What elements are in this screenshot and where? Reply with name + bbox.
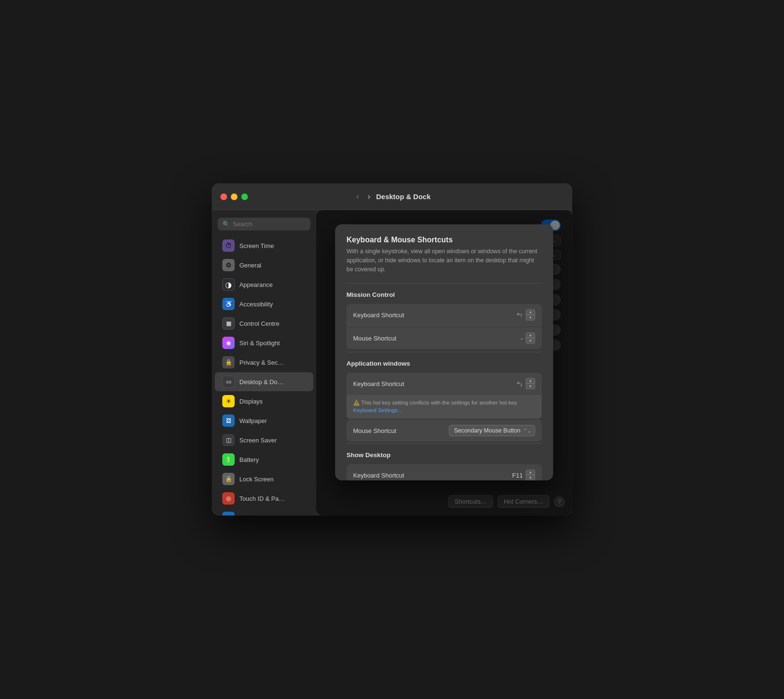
search-icon: 🔍 (222, 221, 230, 228)
app-windows-keyboard-row: Keyboard Shortcut ^↓ ▴ ▾ (346, 373, 542, 395)
mc-keyboard-label: Keyboard Shortcut (353, 312, 404, 319)
wallpaper-icon: 🖼 (222, 414, 235, 427)
warning-icon: ⚠️ (353, 400, 360, 405)
sidebar-item-control-center[interactable]: ▦ Control Centre (215, 314, 313, 333)
warning-message: This hot key setting conflicts with the … (361, 400, 518, 405)
maximize-button[interactable] (241, 193, 248, 200)
sidebar-item-lock-screen[interactable]: 🔒 Lock Screen (215, 469, 313, 488)
sidebar-item-label: Wallpaper (239, 417, 267, 424)
modal-scroll-area[interactable]: Keyboard & Mouse Shortcuts With a single… (335, 224, 553, 480)
sd-keyboard-stepper-up[interactable]: ▴ (526, 470, 535, 475)
sidebar-item-desktop-dock[interactable]: ▭ Desktop & Do… (215, 372, 313, 391)
show-desktop-section: Show Desktop Keyboard Shortcut F11 (346, 443, 542, 480)
keyboard-settings-link[interactable]: Keyboard Settings… (353, 407, 403, 413)
sidebar-item-privacy[interactable]: 🔒 Privacy & Sec… (215, 353, 313, 372)
sd-keyboard-stepper[interactable]: ▴ ▾ (526, 469, 535, 480)
sidebar-item-general[interactable]: ⚙ General (215, 256, 313, 275)
sidebar-item-label: General (239, 262, 261, 269)
mc-keyboard-stepper[interactable]: ▴ ▾ (526, 309, 535, 321)
traffic-lights (220, 193, 248, 200)
show-desktop-keyboard-row: Keyboard Shortcut F11 ▴ ▾ (346, 464, 542, 480)
sidebar-item-wallpaper[interactable]: 🖼 Wallpaper (215, 411, 313, 430)
users-groups-icon: 👥 (222, 512, 235, 515)
sidebar-item-label: Screen Time (239, 242, 274, 249)
title-nav: ‹ › Desktop & Dock (353, 190, 430, 203)
sidebar-item-battery[interactable]: 🔋 Battery (215, 450, 313, 469)
touch-id-icon: ◎ (222, 492, 235, 505)
aw-mouse-value: Secondary Mouse Button ⌃⌄ (449, 425, 535, 436)
displays-icon: ☀ (222, 395, 235, 407)
title-bar: ‹ › Desktop & Dock (212, 184, 572, 210)
back-arrow-icon[interactable]: ‹ (353, 190, 362, 203)
mc-keyboard-stepper-up[interactable]: ▴ (526, 310, 535, 315)
sidebar-item-screen-saver[interactable]: ◫ Screen Saver (215, 431, 313, 450)
sidebar-item-users-groups[interactable]: 👥 Users & Grou… (215, 508, 313, 515)
minimize-button[interactable] (231, 193, 237, 200)
general-icon: ⚙ (222, 259, 235, 271)
aw-keyboard-container: Keyboard Shortcut ^↓ ▴ ▾ (346, 373, 542, 419)
sd-keyboard-stepper-down[interactable]: ▾ (526, 475, 535, 480)
aw-keyboard-stepper[interactable]: ▴ ▾ (526, 378, 535, 389)
aw-mouse-label: Mouse Shortcut (353, 427, 396, 434)
close-button[interactable] (220, 193, 227, 200)
battery-icon: 🔋 (222, 453, 235, 466)
screen-time-icon: ⏱ (222, 239, 235, 252)
desktop-dock-icon: ▭ (222, 376, 235, 388)
aw-mouse-select[interactable]: Secondary Mouse Button ⌃⌄ (449, 425, 535, 436)
sd-keyboard-label: Keyboard Shortcut (353, 472, 404, 479)
aw-mouse-select-label: Secondary Mouse Button (454, 427, 520, 434)
sidebar-item-label: Control Centre (239, 320, 280, 327)
sidebar-item-label: Users & Grou… (239, 515, 283, 516)
mc-keyboard-key: ^↑ (517, 312, 523, 319)
sidebar-item-label: Displays (239, 398, 263, 405)
mission-control-section: Mission Control Keyboard Shortcut ^↑ (346, 283, 542, 350)
show-desktop-rows: Keyboard Shortcut F11 ▴ ▾ (346, 464, 542, 480)
mc-keyboard-stepper-down[interactable]: ▾ (526, 315, 535, 320)
sidebar-item-label: Battery (239, 456, 259, 463)
sidebar-item-accessibility[interactable]: ♿ Accessibility (215, 294, 313, 313)
mc-mouse-value: - ▴ ▾ (521, 332, 535, 344)
lock-screen-icon: 🔒 (222, 473, 235, 485)
screen-saver-icon: ◫ (222, 434, 235, 446)
sd-keyboard-key: F11 (512, 472, 523, 479)
main-window: ‹ › Desktop & Dock 🔍 ⏱ Screen Time ⚙ Gen… (212, 184, 572, 515)
search-input[interactable] (233, 221, 306, 228)
right-panel: Chrome.app ⌃⌄ Full Screen ⌃⌄ when you bn… (316, 210, 572, 515)
aw-keyboard-label: Keyboard Shortcut (353, 380, 404, 387)
mission-control-keyboard-row: Keyboard Shortcut ^↑ ▴ ▾ (346, 304, 542, 326)
sidebar-item-label: Touch ID & Pa… (239, 495, 285, 502)
shortcuts-modal: Keyboard & Mouse Shortcuts With a single… (335, 224, 553, 480)
privacy-icon: 🔒 (222, 356, 235, 368)
accessibility-icon: ♿ (222, 298, 235, 310)
mc-mouse-stepper-down[interactable]: ▾ (526, 338, 535, 343)
main-content: 🔍 ⏱ Screen Time ⚙ General ◑ Appearance ♿… (212, 210, 572, 515)
sidebar-item-label: Privacy & Sec… (239, 359, 284, 366)
aw-mouse-select-arrows-icon: ⌃⌄ (523, 428, 531, 433)
siri-icon: ◉ (222, 337, 235, 349)
forward-arrow-icon[interactable]: › (365, 190, 373, 203)
aw-keyboard-warning: ⚠️ This hot key setting conflicts with t… (346, 395, 542, 419)
mc-keyboard-value: ^↑ ▴ ▾ (517, 309, 535, 321)
sidebar-item-label: Screen Saver (239, 437, 277, 444)
modal-description: With a single keystroke, view all open w… (346, 247, 542, 274)
mc-mouse-label: Mouse Shortcut (353, 335, 396, 342)
sidebar-item-label: Siri & Spotlight (239, 340, 280, 347)
sidebar-item-siri[interactable]: ◉ Siri & Spotlight (215, 333, 313, 352)
mc-mouse-stepper[interactable]: ▴ ▾ (526, 332, 535, 344)
show-desktop-title: Show Desktop (346, 451, 542, 459)
aw-keyboard-stepper-up[interactable]: ▴ (526, 378, 535, 384)
conflict-text: ⚠️ This hot key setting conflicts with t… (353, 399, 535, 414)
sidebar-item-screen-time[interactable]: ⏱ Screen Time (215, 236, 313, 255)
mc-mouse-stepper-up[interactable]: ▴ (526, 333, 535, 338)
search-bar[interactable]: 🔍 (218, 218, 310, 230)
sidebar-item-label: Appearance (239, 281, 273, 288)
app-windows-mouse-row: Mouse Shortcut Secondary Mouse Button ⌃⌄ (346, 420, 542, 441)
sidebar-item-appearance[interactable]: ◑ Appearance (215, 275, 313, 294)
sidebar-item-label: Lock Screen (239, 476, 273, 483)
control-center-icon: ▦ (222, 317, 235, 330)
sidebar-item-touch-id[interactable]: ◎ Touch ID & Pa… (215, 489, 313, 508)
aw-keyboard-stepper-down[interactable]: ▾ (526, 384, 535, 389)
app-windows-title: Application windows (346, 360, 542, 367)
sidebar-item-displays[interactable]: ☀ Displays (215, 392, 313, 411)
sidebar-item-label: Desktop & Do… (239, 378, 283, 386)
